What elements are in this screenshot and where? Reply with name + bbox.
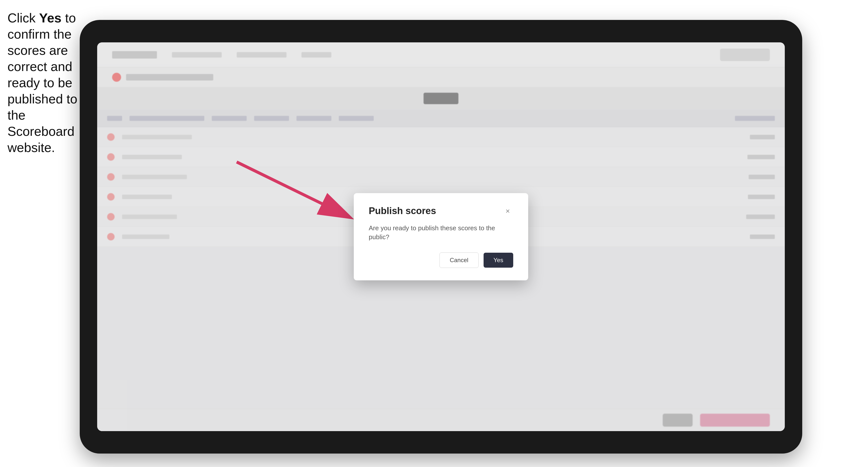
modal-header: Publish scores × — [369, 206, 513, 217]
tablet-screen: Publish scores × Are you ready to publis… — [97, 42, 785, 431]
yes-button[interactable]: Yes — [484, 253, 513, 268]
modal-footer: Cancel Yes — [369, 252, 513, 268]
publish-scores-modal: Publish scores × Are you ready to publis… — [354, 193, 528, 281]
cancel-button[interactable]: Cancel — [439, 252, 478, 268]
modal-overlay: Publish scores × Are you ready to publis… — [97, 42, 785, 431]
instruction-text: Click Yes to confirm the scores are corr… — [7, 10, 80, 156]
modal-close-button[interactable]: × — [502, 206, 513, 217]
modal-body-text: Are you ready to publish these scores to… — [369, 223, 513, 242]
tablet-device: Publish scores × Are you ready to publis… — [80, 20, 802, 454]
modal-title: Publish scores — [369, 206, 436, 216]
